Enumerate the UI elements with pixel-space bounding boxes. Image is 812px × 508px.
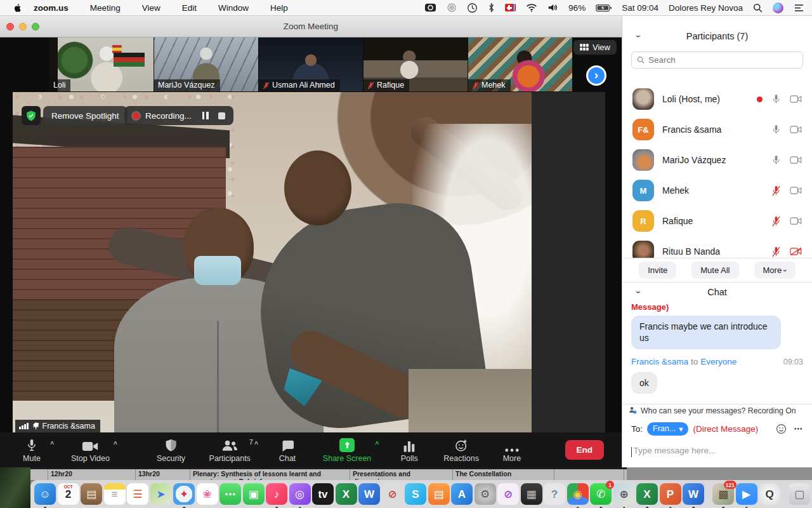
dock-icon[interactable]: ◎ <box>289 483 311 505</box>
search-input[interactable] <box>648 55 797 65</box>
dock-icon[interactable]: ▩ 121 <box>712 483 734 505</box>
dock-icon[interactable]: A <box>451 483 473 505</box>
dock-icon[interactable]: ≡ <box>104 483 126 505</box>
share-options-chevron[interactable]: ^ <box>375 441 379 448</box>
camera-on-icon[interactable] <box>790 217 802 225</box>
menu-item[interactable]: Window <box>218 3 249 13</box>
apple-menu-icon[interactable] <box>13 3 22 13</box>
more-button[interactable]: More <box>497 437 527 463</box>
camera-on-icon[interactable] <box>790 95 802 104</box>
participant-video-thumbnail[interactable]: Usman Ali Ahmed <box>259 37 363 91</box>
collapse-chat-chevron[interactable]: › <box>634 290 644 293</box>
recipient-selector[interactable]: Fran...▾ <box>647 422 688 436</box>
participant-row[interactable]: R Rafique <box>622 206 812 236</box>
mute-all-button[interactable]: Mute All <box>691 262 738 279</box>
menu-item[interactable]: View <box>142 3 160 13</box>
share-screen-button[interactable]: Share Screen ^ <box>323 437 371 463</box>
camera-on-icon[interactable] <box>790 125 802 134</box>
dock-icon[interactable]: ➤ <box>150 483 172 505</box>
menu-item[interactable]: Edit <box>182 3 197 13</box>
remove-spotlight-button[interactable]: Remove Spotlight <box>43 106 128 125</box>
camera-on-icon[interactable] <box>790 186 802 195</box>
dock-icon[interactable]: ▤ <box>428 483 450 505</box>
bluetooth-icon[interactable] <box>488 3 495 13</box>
participant-row[interactable]: F& Francis &sama <box>622 114 812 145</box>
dock-icon[interactable]: 2 <box>58 483 79 505</box>
reactions-button[interactable]: Reactions <box>443 437 479 463</box>
stop-video-button[interactable]: Stop Video ^ <box>71 437 110 463</box>
airplay-audio-icon[interactable] <box>447 3 457 13</box>
dock-icon[interactable]: ✆ 1 <box>590 483 612 505</box>
dock-icon[interactable]: P <box>660 483 681 505</box>
mic-muted-icon[interactable] <box>771 215 781 227</box>
siri-icon[interactable] <box>773 3 783 13</box>
dock-icon[interactable]: ▶ <box>736 483 757 505</box>
dock-icon[interactable]: X <box>636 483 658 505</box>
next-page-arrow-button[interactable]: › <box>586 65 606 86</box>
mic-muted-icon[interactable] <box>771 246 781 258</box>
dock-icon[interactable]: ✦ <box>173 483 195 505</box>
participants-search[interactable] <box>631 51 803 69</box>
mute-button[interactable]: Mute ^ <box>17 437 46 463</box>
menu-item[interactable]: Meeting <box>90 3 121 13</box>
dock-icon[interactable]: tv <box>312 483 334 505</box>
chat-message-input[interactable] <box>633 446 803 455</box>
screen-recording-icon[interactable] <box>424 3 436 12</box>
dock-icon[interactable]: ▣ <box>243 483 265 505</box>
control-center-icon[interactable] <box>794 4 804 12</box>
dock-icon[interactable]: ☰ <box>127 483 148 505</box>
pause-recording-button[interactable] <box>202 112 209 119</box>
collapse-participants-chevron[interactable]: › <box>634 35 644 38</box>
dock-icon[interactable]: W <box>683 483 704 505</box>
video-options-chevron[interactable]: ^ <box>114 441 117 448</box>
menu-item[interactable]: zoom.us <box>34 3 69 13</box>
recipient-name[interactable]: Everyone <box>700 357 737 366</box>
mic-on-icon[interactable] <box>771 93 781 105</box>
menu-clock[interactable]: Sat 09:04 <box>622 3 658 13</box>
end-meeting-button[interactable]: End <box>565 440 605 460</box>
user-account-name[interactable]: Dolores Rey Novoa <box>669 3 743 13</box>
view-button[interactable]: View <box>573 40 617 55</box>
mic-muted-icon[interactable] <box>771 185 781 197</box>
mute-options-chevron[interactable]: ^ <box>50 441 54 448</box>
background-document-window[interactable]: 12hr2013hr20Plenary: Synthesis of lesson… <box>30 467 627 480</box>
menu-item[interactable]: Help <box>270 3 288 13</box>
time-machine-icon[interactable] <box>467 3 478 13</box>
participants-options-chevron[interactable]: ^ <box>254 441 258 448</box>
participant-video-thumbnail[interactable]: Loli <box>49 37 154 91</box>
participant-video-thumbnail[interactable]: Mehek <box>468 37 572 91</box>
dock-icon[interactable]: W <box>358 483 380 505</box>
stop-recording-button[interactable] <box>218 112 225 119</box>
dock-icon[interactable]: ⚙ <box>475 483 496 505</box>
dock-icon[interactable]: ⊘ <box>497 483 519 505</box>
spotlight-search-icon[interactable] <box>753 3 763 13</box>
dock-icon[interactable]: ⊘ <box>382 483 403 505</box>
sender-name[interactable]: Francis &sama <box>631 357 688 366</box>
window-title-bar[interactable]: Zoom Meeting <box>0 16 622 37</box>
dock-icon[interactable]: ❀ <box>197 483 218 505</box>
camera-on-icon[interactable] <box>790 156 802 164</box>
chat-more-icon[interactable]: ⋯ <box>794 424 804 434</box>
participant-video-thumbnail[interactable]: Rafique <box>363 37 468 91</box>
dock-icon[interactable]: S <box>405 483 426 505</box>
security-button[interactable]: Security <box>157 437 186 463</box>
wifi-icon[interactable] <box>526 3 537 12</box>
invite-button[interactable]: Invite <box>639 262 676 279</box>
mic-on-icon[interactable] <box>771 124 781 136</box>
dock-icon[interactable]: ♪ <box>266 483 287 505</box>
polls-button[interactable]: Polls <box>395 437 424 463</box>
participant-row[interactable]: Rituu B Nanda <box>622 236 812 258</box>
dock-icon[interactable]: ▦ <box>521 483 542 505</box>
dock-icon[interactable]: ⋯ <box>219 483 241 505</box>
keyboard-layout-flag-icon[interactable] <box>505 4 516 11</box>
dock-icon[interactable]: ◉ <box>567 483 589 505</box>
camera-muted-icon[interactable] <box>790 247 802 256</box>
participant-row[interactable]: M Mehek <box>622 175 812 206</box>
more-participants-button[interactable]: More› <box>754 262 796 279</box>
dock-icon[interactable]: Q <box>759 483 780 505</box>
participant-row[interactable]: MariJo Vázquez <box>622 145 812 175</box>
battery-icon[interactable] <box>596 4 612 12</box>
dock-icon[interactable]: ▤ <box>81 483 102 505</box>
participants-button[interactable]: Participants 7 ^ <box>209 437 251 463</box>
chat-button[interactable]: Chat <box>273 437 302 463</box>
